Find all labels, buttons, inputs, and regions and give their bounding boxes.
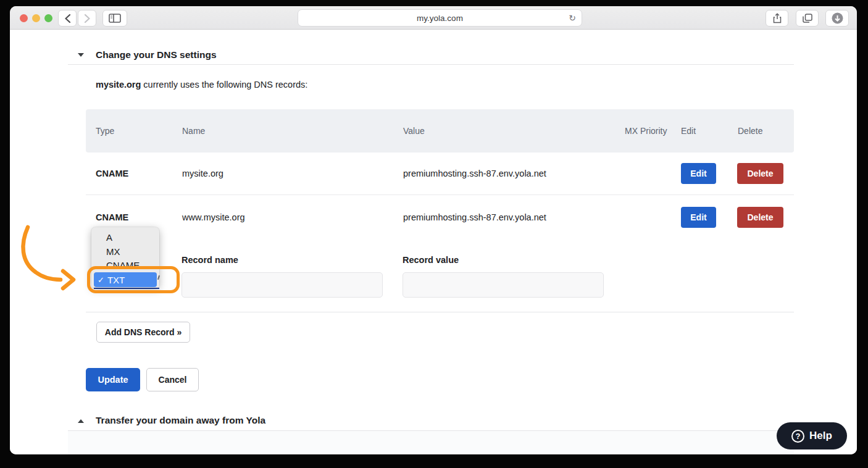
collapse-dns-section-icon[interactable] [78,53,84,57]
expand-transfer-section-icon[interactable] [78,419,84,423]
minimize-window-button[interactable] [32,14,40,22]
transfer-section-title: Transfer your domain away from Yola [96,415,265,426]
chevron-left-icon [64,14,71,23]
cancel-button[interactable]: Cancel [146,368,199,391]
column-header-value: Value [403,126,425,136]
table-row: CNAME mysite.org premiumhosting.ssh-87.e… [86,153,794,194]
share-icon [773,13,782,23]
edit-record-button[interactable]: Edit [681,163,716,184]
back-button[interactable] [58,10,77,27]
collapsed-section-area [68,431,794,454]
url-text: my.yola.com [417,14,463,23]
column-header-name: Name [182,126,205,136]
help-label: Help [809,430,832,442]
forward-button[interactable] [78,10,96,27]
edit-record-button[interactable]: Edit [681,207,716,228]
record-name: www.mysite.org [182,212,245,222]
record-value: premiumhosting.ssh-87.env.yola.net [403,169,546,178]
dns-section-title: Change your DNS settings [96,49,217,61]
reload-icon[interactable]: ↻ [569,13,576,23]
column-header-edit: Edit [681,126,696,136]
dns-table-header: Type Name Value MX Priority Edit Delete [86,109,794,153]
delete-record-button[interactable]: Delete [737,207,783,228]
zoom-window-button[interactable] [44,14,52,22]
record-value-label: Record value [403,255,459,265]
record-name: mysite.org [182,169,223,178]
divider [86,312,794,312]
dropdown-option-a[interactable]: A [106,232,112,243]
delete-record-button[interactable]: Delete [737,163,783,184]
record-type: CNAME [96,169,128,178]
annotation-arrow-icon [10,216,87,299]
table-row: CNAME www.mysite.org premiumhosting.ssh-… [86,194,794,240]
address-bar[interactable]: my.yola.com ↻ [298,9,582,27]
annotation-highlight-box [87,266,180,293]
share-button[interactable] [766,10,788,27]
download-icon [832,12,843,24]
page-content: Change your DNS settings mysite.org curr… [10,30,857,454]
dropdown-option-mx[interactable]: MX [106,246,120,257]
sidebar-icon [109,14,121,23]
question-mark-icon: ? [791,430,804,443]
tabs-icon [803,14,812,23]
downloads-button[interactable] [825,10,849,27]
help-button[interactable]: ? Help [777,422,847,449]
domain-name: mysite.org [96,80,141,90]
chevron-right-icon [84,14,91,23]
record-type: CNAME [96,212,128,222]
record-name-label: Record name [182,255,238,265]
record-value-input[interactable] [403,272,604,298]
add-dns-record-button[interactable]: Add DNS Record » [96,322,190,343]
column-header-type: Type [96,126,114,136]
record-name-input[interactable] [182,272,383,298]
dns-intro-text: mysite.org currently uses the following … [96,80,307,90]
record-value: premiumhosting.ssh-87.env.yola.net [403,212,546,222]
browser-toolbar: my.yola.com ↻ [10,6,857,30]
update-button[interactable]: Update [86,368,140,391]
browser-window: my.yola.com ↻ Chang [10,6,857,454]
sidebar-toggle-button[interactable] [102,10,127,27]
divider [68,64,794,65]
close-window-button[interactable] [20,14,28,22]
tab-overview-button[interactable] [796,10,819,27]
column-header-delete: Delete [738,126,762,136]
column-header-mx-priority: MX Priority [625,123,669,139]
